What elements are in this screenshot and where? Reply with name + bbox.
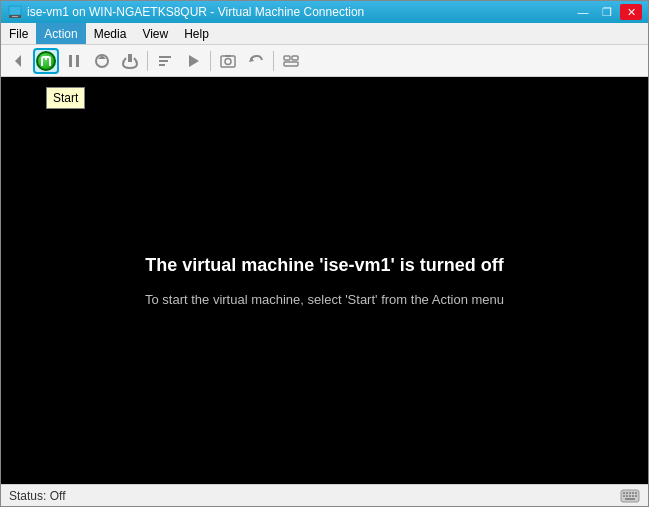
svg-rect-8 <box>128 54 132 62</box>
window-icon <box>7 4 23 20</box>
svg-rect-28 <box>629 495 631 497</box>
svg-rect-9 <box>159 56 171 58</box>
svg-rect-5 <box>76 55 79 67</box>
svg-rect-13 <box>221 56 235 67</box>
keyboard-icon[interactable] <box>620 488 640 504</box>
svg-rect-10 <box>159 60 168 62</box>
svg-rect-2 <box>12 16 18 17</box>
svg-rect-21 <box>623 492 625 494</box>
svg-marker-3 <box>15 55 21 67</box>
vm-screen-area: Start The virtual machine 'ise-vm1' is t… <box>1 77 648 484</box>
toolbar-shutdown-button[interactable] <box>117 48 143 74</box>
svg-rect-29 <box>632 495 634 497</box>
minimize-button[interactable]: — <box>572 4 594 20</box>
svg-rect-27 <box>626 495 628 497</box>
power-icon <box>36 51 56 71</box>
start-tooltip-label: Start <box>53 91 78 105</box>
svg-rect-24 <box>632 492 634 494</box>
main-window: ise-vm1 on WIN-NGAETKS8QUR - Virtual Mac… <box>0 0 649 507</box>
toolbar <box>1 45 648 77</box>
svg-rect-4 <box>69 55 72 67</box>
status-right <box>620 488 640 504</box>
toolbar-resume-button[interactable] <box>180 48 206 74</box>
svg-rect-19 <box>284 62 298 66</box>
toolbar-screenshot-button[interactable] <box>215 48 241 74</box>
svg-rect-15 <box>225 55 231 57</box>
toolbar-pause-button[interactable] <box>61 48 87 74</box>
status-bar: Status: Off <box>1 484 648 506</box>
toolbar-sep-3 <box>273 51 274 71</box>
svg-rect-17 <box>284 56 290 60</box>
toolbar-suspend-button[interactable] <box>152 48 178 74</box>
svg-rect-31 <box>625 498 635 500</box>
svg-rect-0 <box>9 6 21 15</box>
window-title: ise-vm1 on WIN-NGAETKS8QUR - Virtual Mac… <box>27 5 364 19</box>
toolbar-reset-button[interactable] <box>89 48 115 74</box>
svg-marker-12 <box>189 55 199 67</box>
toolbar-ctrlaltdel-button[interactable] <box>278 48 304 74</box>
menu-file[interactable]: File <box>1 23 36 44</box>
svg-point-14 <box>225 58 231 64</box>
vm-screen[interactable]: Start The virtual machine 'ise-vm1' is t… <box>1 77 648 484</box>
toolbar-sep-2 <box>210 51 211 71</box>
window-controls: — ❐ ✕ <box>572 4 642 20</box>
svg-rect-18 <box>292 56 298 60</box>
menu-help[interactable]: Help <box>176 23 217 44</box>
toolbar-undo-button[interactable] <box>243 48 269 74</box>
start-tooltip: Start <box>46 87 85 109</box>
svg-rect-11 <box>159 64 165 66</box>
toolbar-power-button[interactable] <box>33 48 59 74</box>
menu-bar: File Action Media View Help <box>1 23 648 45</box>
toolbar-back-button[interactable] <box>5 48 31 74</box>
svg-rect-30 <box>635 495 637 497</box>
title-bar: ise-vm1 on WIN-NGAETKS8QUR - Virtual Mac… <box>1 1 648 23</box>
vm-off-subtitle: To start the virtual machine, select 'St… <box>145 292 504 307</box>
svg-rect-25 <box>635 492 637 494</box>
restore-button[interactable]: ❐ <box>596 4 618 20</box>
svg-rect-23 <box>629 492 631 494</box>
svg-rect-22 <box>626 492 628 494</box>
status-text: Status: Off <box>9 489 65 503</box>
svg-rect-26 <box>623 495 625 497</box>
toolbar-sep-1 <box>147 51 148 71</box>
menu-media[interactable]: Media <box>86 23 135 44</box>
close-button[interactable]: ✕ <box>620 4 642 20</box>
vm-off-title: The virtual machine 'ise-vm1' is turned … <box>145 255 504 276</box>
menu-view[interactable]: View <box>134 23 176 44</box>
menu-action[interactable]: Action <box>36 23 85 44</box>
